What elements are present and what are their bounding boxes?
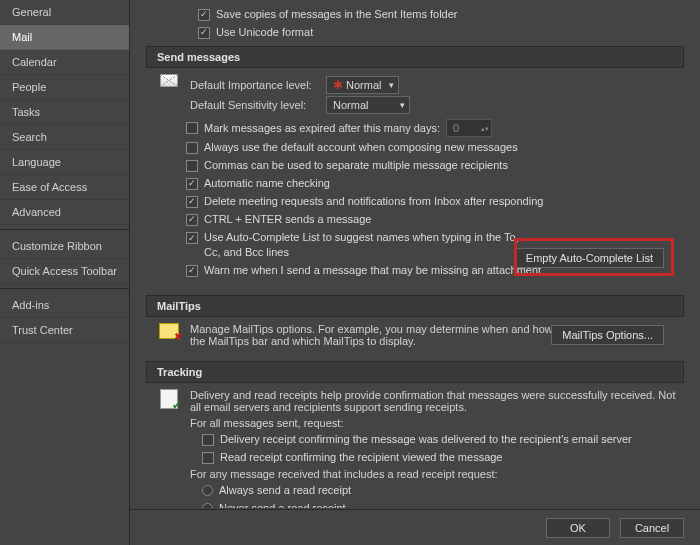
sidebar-item-search[interactable]: Search [0, 125, 129, 150]
checkbox-auto-name-check[interactable] [186, 178, 198, 190]
checkbox-warn-attachment[interactable] [186, 265, 198, 277]
label-always-default-account: Always use the default account when comp… [204, 140, 518, 155]
label-auto-name-check: Automatic name checking [204, 176, 330, 191]
checkbox-autocomplete[interactable] [186, 232, 198, 244]
label-ctrl-enter: CTRL + ENTER sends a message [204, 212, 371, 227]
label-warn-attachment: Warn me when I send a message that may b… [204, 263, 541, 278]
label-never-send: Never send a read receipt [219, 501, 346, 508]
options-sidebar: General Mail Calendar People Tasks Searc… [0, 0, 130, 545]
sidebar-item-quick-access-toolbar[interactable]: Quick Access Toolbar [0, 259, 129, 284]
cancel-button[interactable]: Cancel [620, 518, 684, 538]
select-default-importance[interactable]: ✱ Normal [326, 76, 399, 94]
label-mailtips-desc: Manage MailTips options. For example, yo… [190, 323, 610, 347]
checkbox-save-copies[interactable] [198, 9, 210, 21]
radio-never-send[interactable] [202, 503, 213, 508]
section-tracking: Tracking [146, 361, 684, 383]
label-commas-separate: Commas can be used to separate multiple … [204, 158, 508, 173]
sidebar-item-calendar[interactable]: Calendar [0, 50, 129, 75]
label-read-receipt: Read receipt confirming the recipient vi… [220, 450, 502, 465]
checkbox-unicode[interactable] [198, 27, 210, 39]
mailtips-icon [159, 323, 179, 339]
sidebar-item-add-ins[interactable]: Add-ins [0, 293, 129, 318]
checkbox-always-default-account[interactable] [186, 142, 198, 154]
checkbox-ctrl-enter[interactable] [186, 214, 198, 226]
select-default-sensitivity[interactable]: Normal [326, 96, 410, 114]
sidebar-item-people[interactable]: People [0, 75, 129, 100]
sidebar-item-ease-of-access[interactable]: Ease of Access [0, 175, 129, 200]
sidebar-item-mail[interactable]: Mail [0, 25, 129, 50]
options-dialog: General Mail Calendar People Tasks Searc… [0, 0, 700, 545]
checkbox-read-receipt[interactable] [202, 452, 214, 464]
checkbox-delete-meeting[interactable] [186, 196, 198, 208]
section-send-messages: Send messages [146, 46, 684, 68]
label-default-sensitivity: Default Sensitivity level: [190, 99, 318, 111]
label-delivery-receipt: Delivery receipt confirming the message … [220, 432, 632, 447]
sidebar-item-trust-center[interactable]: Trust Center [0, 318, 129, 343]
label-always-send: Always send a read receipt [219, 483, 351, 498]
checkbox-commas-separate[interactable] [186, 160, 198, 172]
radio-always-send[interactable] [202, 485, 213, 496]
checkbox-mark-expired[interactable] [186, 122, 198, 134]
sidebar-item-language[interactable]: Language [0, 150, 129, 175]
sidebar-item-advanced[interactable]: Advanced [0, 200, 129, 225]
sidebar-item-general[interactable]: General [0, 0, 129, 25]
label-autocomplete: Use Auto-Complete List to suggest names … [204, 230, 534, 260]
sidebar-item-customize-ribbon[interactable]: Customize Ribbon [0, 234, 129, 259]
empty-autocomplete-button[interactable]: Empty Auto-Complete List [515, 248, 664, 268]
label-for-received: For any message received that includes a… [190, 468, 680, 480]
section-mailtips: MailTips [146, 295, 684, 317]
label-for-all-sent: For all messages sent, request: [190, 417, 680, 429]
label-unicode: Use Unicode format [216, 25, 313, 40]
mail-icon [160, 74, 178, 87]
dialog-footer: OK Cancel [130, 509, 700, 545]
tracking-icon [160, 389, 178, 409]
checkbox-delivery-receipt[interactable] [202, 434, 214, 446]
spin-expired-days[interactable]: 0 [446, 119, 492, 137]
label-mark-expired: Mark messages as expired after this many… [204, 121, 440, 136]
label-tracking-desc: Delivery and read receipts help provide … [190, 389, 680, 413]
label-delete-meeting: Delete meeting requests and notification… [204, 194, 543, 209]
sidebar-item-tasks[interactable]: Tasks [0, 100, 129, 125]
label-default-importance: Default Importance level: [190, 79, 318, 91]
options-main: Save copies of messages in the Sent Item… [130, 0, 700, 545]
ok-button[interactable]: OK [546, 518, 610, 538]
label-save-copies: Save copies of messages in the Sent Item… [216, 7, 458, 22]
mailtips-options-button[interactable]: MailTips Options... [551, 325, 664, 345]
